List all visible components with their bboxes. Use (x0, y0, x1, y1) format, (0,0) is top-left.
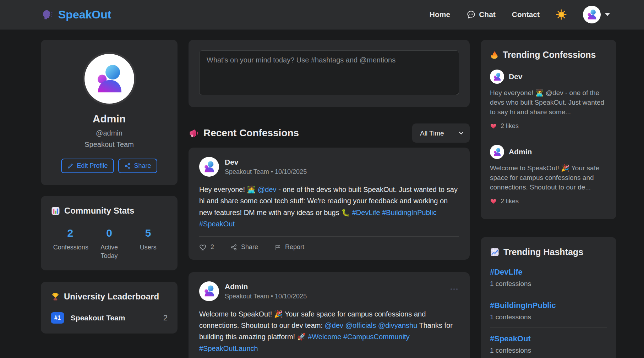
trending-author-name: Admin (509, 148, 532, 156)
edit-profile-label: Edit Profile (77, 162, 108, 170)
trending-confession-item[interactable]: AdminWelcome to SpeakOut! 🎉 Your safe sp… (490, 137, 607, 212)
main-column: Recent Confessions All Time DevSpeakout … (189, 40, 470, 358)
hashtag-link[interactable]: #BuildingInPublic (382, 209, 436, 216)
stat-label: Active Today (92, 243, 126, 260)
share-label: Share (241, 243, 258, 251)
post-options-button[interactable] (449, 287, 459, 291)
left-sidebar: Admin @admin Speakout Team Edit Profile … (41, 40, 178, 345)
trending-hashtags-card: Trending Hashtags #DevLife1 confessions#… (481, 237, 616, 358)
feed-title: Recent Confessions (203, 127, 299, 139)
post-text: Hey everyone! 🧑‍💻 (199, 186, 258, 193)
post-body: Welcome to SpeakOut! 🎉 Your safe space f… (199, 308, 459, 354)
people-avatar-icon (492, 147, 502, 157)
page-content: Admin @admin Speakout Team Edit Profile … (0, 29, 644, 358)
leaderboard-title: University Leaderboard (64, 292, 159, 302)
like-count: 2 (211, 243, 214, 251)
hashtag-link[interactable]: #CampusCommunity (343, 333, 410, 341)
rank-badge: #1 (51, 312, 64, 324)
stat-label: Confessions (53, 243, 87, 252)
posts-list: DevSpeakout Team • 10/10/2025Hey everyon… (189, 148, 470, 358)
trending-hashtags-list: #DevLife1 confessions#BuildingInPublic1 … (490, 261, 607, 358)
nav-menu: HomeChatContact (430, 6, 610, 23)
stat-value: 0 (90, 227, 129, 239)
post-header: AdminSpeakout Team • 10/10/2025 (199, 281, 459, 301)
nav-link-label: Home (430, 10, 450, 19)
brand[interactable]: SpeakOut (42, 8, 111, 21)
right-sidebar: Trending Confessions DevHey everyone! 🧑‍… (481, 40, 616, 358)
heart-icon (490, 122, 497, 130)
trending-item-header: Admin (490, 145, 607, 159)
like-button[interactable]: 2 (199, 243, 214, 251)
people-avatar-icon (91, 61, 127, 97)
share-nodes-icon (124, 163, 131, 169)
community-stats-card: Community Stats 2Confessions0Active Toda… (41, 196, 178, 270)
confession-post: AdminSpeakout Team • 10/10/2025Welcome t… (189, 272, 470, 358)
navbar: SpeakOut HomeChatContact (0, 0, 644, 29)
people-avatar-icon (585, 8, 598, 21)
mention-link[interactable]: @dev (258, 186, 277, 193)
hashtag-link[interactable]: #Welcome (308, 333, 341, 341)
leaderboard-rows: #1Speakout Team2 (51, 312, 168, 324)
post-author-name: Dev (225, 158, 307, 166)
mention-link[interactable]: @officials (345, 321, 376, 329)
pencil-icon (67, 163, 73, 169)
trending-hashtag-item[interactable]: #SpeakOut1 confessions (490, 327, 607, 358)
hashtag-label[interactable]: #SpeakOut (490, 334, 607, 343)
post-body: Hey everyone! 🧑‍💻 @dev - one of the devs… (199, 184, 459, 230)
theme-toggle-button[interactable] (556, 9, 567, 20)
hashtag-label[interactable]: #BuildingInPublic (490, 301, 607, 310)
trending-excerpt: Hey everyone! 🧑‍💻 @dev - one of the devs… (490, 88, 607, 117)
report-button[interactable]: Report (274, 243, 304, 251)
hashtag-count: 1 confessions (490, 280, 607, 288)
sun-icon (556, 9, 567, 20)
chevron-down-icon (605, 13, 610, 16)
hashtag-link[interactable]: #SpeakOut (199, 220, 235, 228)
leaderboard-card: University Leaderboard #1Speakout Team2 (41, 282, 178, 334)
flag-icon (274, 244, 282, 251)
stat-value: 2 (51, 227, 90, 239)
trending-confession-item[interactable]: DevHey everyone! 🧑‍💻 @dev - one of the d… (490, 62, 607, 137)
post-meta: Speakout Team • 10/10/2025 (225, 293, 307, 300)
hashtag-label[interactable]: #DevLife (490, 268, 607, 277)
people-avatar-icon (202, 160, 216, 174)
trending-hashtag-item[interactable]: #DevLife1 confessions (490, 261, 607, 294)
stat-item: 5Users (129, 227, 168, 260)
profile-name: Admin (51, 113, 167, 125)
likes-count: 2 likes (501, 198, 519, 205)
user-menu-button[interactable] (583, 6, 610, 23)
stat-value: 5 (129, 227, 168, 239)
mention-link[interactable]: @dev (325, 321, 344, 329)
trending-item-header: Dev (490, 70, 607, 84)
nav-link-chat[interactable]: Chat (466, 10, 496, 19)
nav-link-home[interactable]: Home (430, 10, 450, 19)
hashtag-link[interactable]: #DevLife (352, 209, 380, 216)
share-nodes-icon (230, 244, 238, 251)
profile-card: Admin @admin Speakout Team Edit Profile … (41, 40, 178, 185)
heart-icon (490, 198, 497, 205)
people-avatar-icon (492, 72, 502, 82)
brand-name: SpeakOut (58, 8, 111, 21)
nav-link-contact[interactable]: Contact (512, 10, 540, 19)
hashtag-count: 1 confessions (490, 347, 607, 354)
leaderboard-row[interactable]: #1Speakout Team2 (51, 312, 168, 324)
user-avatar (583, 6, 601, 23)
composer-input[interactable] (199, 50, 459, 95)
trending-likes: 2 likes (490, 122, 607, 130)
trending-confessions-card: Trending Confessions DevHey everyone! 🧑‍… (481, 40, 616, 219)
hashtag-link[interactable]: #SpeakOutLaunch (199, 345, 258, 352)
stats-row: 2Confessions0Active Today5Users (51, 227, 168, 260)
share-profile-button[interactable]: Share (118, 159, 157, 173)
likes-count: 2 likes (501, 122, 519, 130)
time-filter-select[interactable]: All Time (412, 123, 470, 143)
share-button[interactable]: Share (230, 243, 258, 251)
avatar[interactable] (490, 145, 504, 159)
speaking-head-icon (42, 9, 54, 21)
avatar[interactable] (199, 157, 219, 177)
avatar[interactable] (490, 70, 504, 84)
post-author-block: DevSpeakout Team • 10/10/2025 (225, 158, 307, 176)
avatar[interactable] (199, 281, 219, 301)
edit-profile-button[interactable]: Edit Profile (61, 159, 114, 173)
stat-item: 0Active Today (90, 227, 129, 260)
trending-hashtag-item[interactable]: #BuildingInPublic1 confessions (490, 294, 607, 327)
mention-link[interactable]: @divyanshu (378, 321, 417, 329)
